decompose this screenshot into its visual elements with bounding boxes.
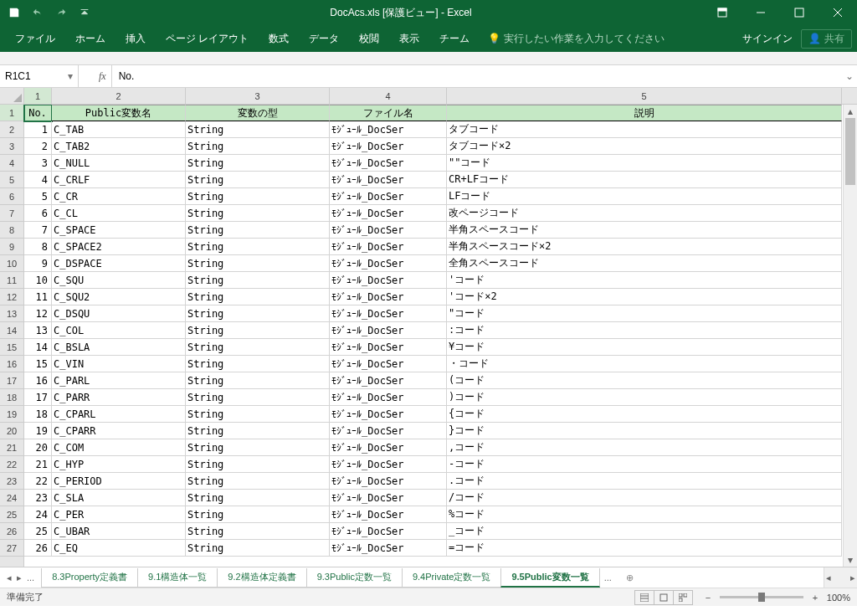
header-cell[interactable]: ファイル名 xyxy=(330,105,447,121)
zoom-in-button[interactable]: + xyxy=(808,593,822,603)
cell[interactable]: C_CRLF xyxy=(52,172,186,188)
row-header[interactable]: 20 xyxy=(0,423,23,439)
cell[interactable]: 16 xyxy=(24,372,52,389)
cell[interactable]: String xyxy=(186,138,330,155)
cell[interactable]: _コード xyxy=(447,523,842,540)
cell[interactable]: 24 xyxy=(24,506,52,523)
cell[interactable]: String xyxy=(186,255,330,272)
cell[interactable]: String xyxy=(186,456,330,473)
cell[interactable]: String xyxy=(186,490,330,506)
cell[interactable]: C_EQ xyxy=(52,540,186,557)
sheet-tab[interactable]: 8.3Property定義書 xyxy=(41,568,138,588)
name-box-input[interactable] xyxy=(5,70,64,82)
cell[interactable]: String xyxy=(186,289,330,305)
cell[interactable]: C_PER xyxy=(52,506,186,523)
row-header[interactable]: 1 xyxy=(0,105,23,121)
cell[interactable]: ﾓｼﾞｭｰﾙ_DocSer xyxy=(330,255,447,272)
cell[interactable]: String xyxy=(186,523,330,540)
cell[interactable]: String xyxy=(186,172,330,188)
select-all-triangle[interactable] xyxy=(0,88,24,104)
tab-insert[interactable]: 挿入 xyxy=(115,25,156,52)
cell[interactable]: C_COL xyxy=(52,322,186,339)
row-header[interactable]: 15 xyxy=(0,339,23,356)
cell[interactable]: C_PARL xyxy=(52,372,186,389)
tab-more-ellipsis[interactable]: ... xyxy=(599,572,617,583)
cell[interactable]: 3 xyxy=(24,155,52,172)
cell[interactable]: ﾓｼﾞｭｰﾙ_DocSer xyxy=(330,222,447,239)
row-header[interactable]: 17 xyxy=(0,372,23,389)
cell[interactable]: C_DSPACE xyxy=(52,255,186,272)
row-header[interactable]: 14 xyxy=(0,322,23,339)
cell[interactable]: タブコード xyxy=(447,121,842,138)
scroll-up-icon[interactable]: ▴ xyxy=(844,105,857,118)
cell[interactable]: ﾓｼﾞｭｰﾙ_DocSer xyxy=(330,339,447,356)
row-header[interactable]: 26 xyxy=(0,523,23,540)
cell[interactable]: 12 xyxy=(24,305,52,322)
cell[interactable]: ﾓｼﾞｭｰﾙ_DocSer xyxy=(330,456,447,473)
cell[interactable]: ""コード xyxy=(447,155,842,172)
cell[interactable]: String xyxy=(186,423,330,439)
cell[interactable]: C_SPACE2 xyxy=(52,239,186,255)
qat-customize-icon[interactable] xyxy=(74,2,95,23)
cell[interactable]: (コード xyxy=(447,372,842,389)
cell[interactable]: ﾓｼﾞｭｰﾙ_DocSer xyxy=(330,439,447,456)
cell[interactable]: )コード xyxy=(447,389,842,406)
cell[interactable]: C_PARR xyxy=(52,389,186,406)
row-header[interactable]: 13 xyxy=(0,305,23,322)
scroll-down-icon[interactable]: ▾ xyxy=(844,553,857,567)
cell[interactable]: C_CR xyxy=(52,188,186,205)
row-header[interactable]: 11 xyxy=(0,272,23,289)
cell[interactable]: 26 xyxy=(24,540,52,557)
cell[interactable]: 5 xyxy=(24,188,52,205)
share-button[interactable]: 👤 共有 xyxy=(801,29,852,49)
tab-nav-prev-icon[interactable]: ▸ xyxy=(15,572,23,583)
cell[interactable]: }コード xyxy=(447,423,842,439)
cell[interactable]: -コード xyxy=(447,456,842,473)
cell[interactable]: C_NULL xyxy=(52,155,186,172)
cell[interactable]: 半角スペースコード xyxy=(447,222,842,239)
cell[interactable]: C_DSQU xyxy=(52,305,186,322)
cell[interactable]: 7 xyxy=(24,222,52,239)
row-header[interactable]: 12 xyxy=(0,289,23,305)
row-header[interactable]: 7 xyxy=(0,205,23,222)
cell[interactable]: 23 xyxy=(24,490,52,506)
cell[interactable]: String xyxy=(186,339,330,356)
cell[interactable]: ﾓｼﾞｭｰﾙ_DocSer xyxy=(330,188,447,205)
cell[interactable]: String xyxy=(186,272,330,289)
formula-input[interactable] xyxy=(112,70,842,82)
cell[interactable]: ﾓｼﾞｭｰﾙ_DocSer xyxy=(330,239,447,255)
cell[interactable]: String xyxy=(186,121,330,138)
header-cell[interactable]: Public変数名 xyxy=(52,105,186,121)
row-header[interactable]: 9 xyxy=(0,239,23,255)
cell[interactable]: ﾓｼﾞｭｰﾙ_DocSer xyxy=(330,540,447,557)
zoom-out-button[interactable]: − xyxy=(701,593,715,603)
row-header[interactable]: 6 xyxy=(0,188,23,205)
name-box[interactable]: ▾ xyxy=(0,65,79,87)
cells-area[interactable]: No.Public変数名変数の型ファイル名説明1C_TABStringﾓｼﾞｭｰ… xyxy=(24,105,857,567)
cell[interactable]: 21 xyxy=(24,456,52,473)
cell[interactable]: String xyxy=(186,239,330,255)
normal-view-icon[interactable] xyxy=(634,590,654,605)
column-header[interactable]: 4 xyxy=(330,88,447,104)
cell[interactable]: C_SQU2 xyxy=(52,289,186,305)
page-break-view-icon[interactable] xyxy=(673,590,693,605)
tell-me-search[interactable]: 💡 実行したい作業を入力してください xyxy=(488,32,665,46)
sheet-tab[interactable]: 9.4Private定数一覧 xyxy=(402,568,502,588)
cell[interactable]: C_CPARR xyxy=(52,423,186,439)
save-icon[interactable] xyxy=(3,2,25,23)
fx-label[interactable]: fx xyxy=(97,65,112,87)
cell[interactable]: 半角スペースコード×2 xyxy=(447,239,842,255)
horizontal-scrollbar[interactable]: ◂ ▸ xyxy=(824,567,857,588)
tab-nav-first-icon[interactable]: ◂ xyxy=(5,572,13,583)
cell[interactable]: ﾓｼﾞｭｰﾙ_DocSer xyxy=(330,272,447,289)
sheet-tab[interactable]: 9.5Public変数一覧 xyxy=(500,568,599,588)
header-cell[interactable]: 説明 xyxy=(447,105,842,121)
cell[interactable]: 18 xyxy=(24,406,52,423)
cell[interactable]: String xyxy=(186,389,330,406)
column-header[interactable]: 2 xyxy=(52,88,186,104)
cell[interactable]: ・コード xyxy=(447,356,842,372)
row-header[interactable]: 3 xyxy=(0,138,23,155)
cell[interactable]: ﾓｼﾞｭｰﾙ_DocSer xyxy=(330,506,447,523)
cell[interactable]: {コード xyxy=(447,406,842,423)
tab-view[interactable]: 表示 xyxy=(389,25,429,52)
